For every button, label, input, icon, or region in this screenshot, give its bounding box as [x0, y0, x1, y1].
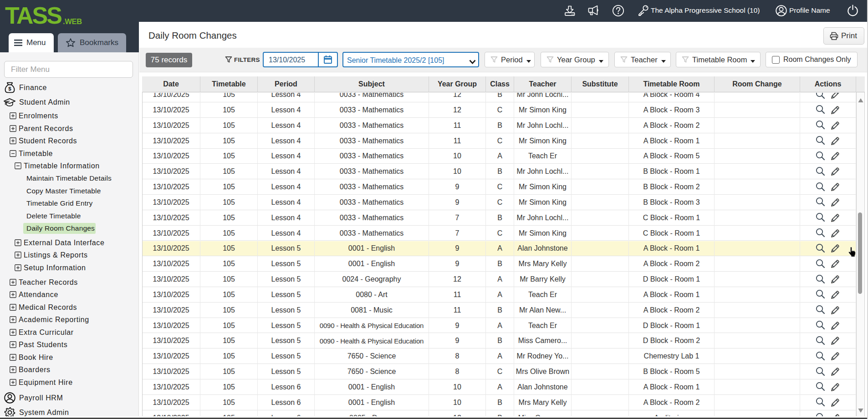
svg-text:$: $ — [8, 86, 11, 91]
